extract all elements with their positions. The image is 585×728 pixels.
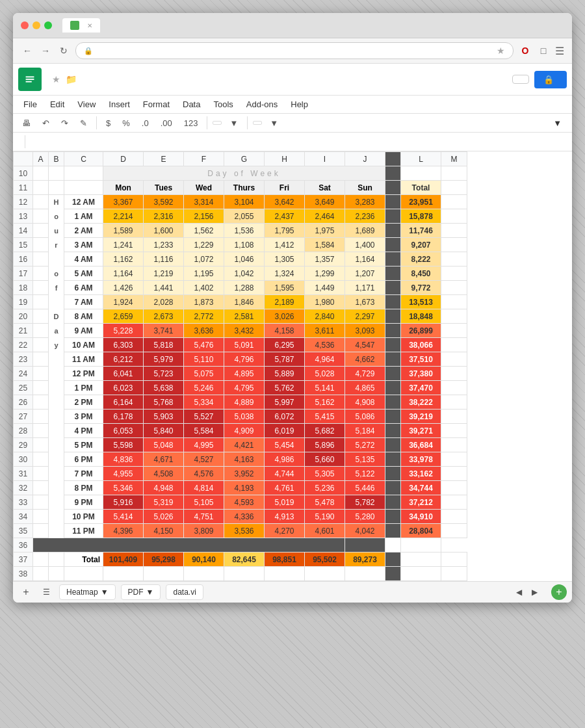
cell-a24[interactable]: [33, 367, 49, 381]
cell-m33[interactable]: [441, 495, 467, 510]
bookmark-icon[interactable]: ★: [497, 46, 505, 56]
col-d-header[interactable]: D: [103, 152, 144, 166]
cell-data-16-3[interactable]: 4,909: [224, 424, 265, 438]
cell-m26[interactable]: [441, 395, 467, 410]
cell-m17[interactable]: [441, 266, 467, 281]
cell-data-12-3[interactable]: 4,895: [224, 367, 265, 381]
cell-m30[interactable]: [441, 452, 467, 467]
cell-data-3-4[interactable]: 1,412: [265, 238, 305, 252]
undo-button[interactable]: ↶: [38, 117, 53, 129]
cell-data-18-6[interactable]: 5,135: [345, 452, 385, 467]
cell-data-10-4[interactable]: 6,295: [265, 338, 305, 352]
cell-data-23-6[interactable]: 4,042: [345, 524, 385, 538]
cell-data-21-5[interactable]: 5,478: [305, 495, 345, 510]
cell-j38[interactable]: [345, 567, 385, 581]
menu-edit[interactable]: Edit: [45, 97, 70, 112]
cell-data-10-3[interactable]: 5,091: [224, 338, 265, 352]
cell-data-18-3[interactable]: 4,163: [224, 452, 265, 467]
col-i-header[interactable]: I: [305, 152, 345, 166]
cell-data-4-6[interactable]: 1,164: [345, 252, 385, 266]
cell-data-0-5[interactable]: 3,649: [305, 195, 345, 209]
cell-data-22-6[interactable]: 5,280: [345, 510, 385, 524]
cell-data-2-0[interactable]: 1,589: [103, 224, 144, 238]
font-selector[interactable]: [213, 121, 222, 125]
cell-data-7-2[interactable]: 1,873: [184, 295, 224, 309]
cell-a38[interactable]: [33, 567, 49, 581]
cell-data-21-4[interactable]: 5,019: [265, 495, 305, 510]
cell-data-7-4[interactable]: 2,189: [265, 295, 305, 309]
cell-data-18-0[interactable]: 4,836: [103, 452, 144, 467]
cell-data-21-6[interactable]: 5,782: [345, 495, 385, 510]
cell-data-23-5[interactable]: 4,601: [305, 524, 345, 538]
menu-insert[interactable]: Insert: [103, 97, 135, 112]
col-c-header[interactable]: C: [64, 152, 103, 166]
cell-data-11-1[interactable]: 5,979: [144, 352, 184, 367]
cell-data-22-2[interactable]: 4,751: [184, 510, 224, 524]
font-dropdown-icon[interactable]: ▼: [226, 117, 242, 129]
cell-a19[interactable]: [33, 295, 49, 309]
cell-data-16-0[interactable]: 6,053: [103, 424, 144, 438]
cell-data-22-1[interactable]: 5,026: [144, 510, 184, 524]
cell-data-14-6[interactable]: 4,908: [345, 395, 385, 410]
cell-data-4-4[interactable]: 1,305: [265, 252, 305, 266]
menu-format[interactable]: Format: [138, 97, 175, 112]
cell-data-20-1[interactable]: 4,948: [144, 481, 184, 495]
cell-data-8-5[interactable]: 2,840: [305, 309, 345, 324]
next-sheet-button[interactable]: ▶: [528, 586, 541, 599]
cell-data-15-1[interactable]: 5,903: [144, 410, 184, 424]
col-e-header[interactable]: E: [144, 152, 184, 166]
cell-data-17-6[interactable]: 5,272: [345, 438, 385, 452]
cell-data-5-5[interactable]: 1,299: [305, 266, 345, 281]
cell-data-20-3[interactable]: 4,193: [224, 481, 265, 495]
address-input[interactable]: 🔒 ★: [75, 42, 514, 59]
add-sheet-right-button[interactable]: +: [551, 584, 567, 600]
cell-data-13-3[interactable]: 4,795: [224, 381, 265, 395]
cell-m24[interactable]: [441, 367, 467, 381]
cell-m31[interactable]: [441, 467, 467, 481]
cell-data-13-6[interactable]: 4,865: [345, 381, 385, 395]
cell-data-19-4[interactable]: 4,744: [265, 467, 305, 481]
cell-data-10-2[interactable]: 5,476: [184, 338, 224, 352]
tab-pdf[interactable]: PDF ▼: [121, 584, 161, 600]
menu-help[interactable]: Help: [285, 97, 313, 112]
cell-data-22-5[interactable]: 5,190: [305, 510, 345, 524]
cell-data-1-0[interactable]: 2,214: [103, 209, 144, 224]
cell-a21[interactable]: [33, 324, 49, 338]
cell-data-9-4[interactable]: 4,158: [265, 324, 305, 338]
cell-data-14-1[interactable]: 5,768: [144, 395, 184, 410]
cell-data-18-1[interactable]: 4,671: [144, 452, 184, 467]
cell-data-19-3[interactable]: 3,952: [224, 467, 265, 481]
cell-data-20-4[interactable]: 4,761: [265, 481, 305, 495]
cell-a34[interactable]: [33, 510, 49, 524]
cell-data-3-1[interactable]: 1,233: [144, 238, 184, 252]
cell-e38[interactable]: [144, 567, 184, 581]
cell-data-14-0[interactable]: 6,164: [103, 395, 144, 410]
col-l-header[interactable]: L: [401, 152, 441, 166]
cell-data-2-1[interactable]: 1,600: [144, 224, 184, 238]
cell-data-12-1[interactable]: 5,723: [144, 367, 184, 381]
cell-a37[interactable]: [33, 552, 49, 567]
cell-data-7-6[interactable]: 1,673: [345, 295, 385, 309]
cell-data-1-1[interactable]: 2,316: [144, 209, 184, 224]
cell-m13[interactable]: [441, 209, 467, 224]
cell-data-4-3[interactable]: 1,046: [224, 252, 265, 266]
cell-data-7-1[interactable]: 2,028: [144, 295, 184, 309]
cell-a16[interactable]: [33, 252, 49, 266]
cell-data-12-5[interactable]: 5,028: [305, 367, 345, 381]
cell-b37[interactable]: [49, 552, 64, 567]
cell-data-7-0[interactable]: 1,924: [103, 295, 144, 309]
cell-data-2-2[interactable]: 1,562: [184, 224, 224, 238]
cell-i38[interactable]: [305, 567, 345, 581]
cell-data-13-1[interactable]: 5,638: [144, 381, 184, 395]
cell-data-17-2[interactable]: 4,995: [184, 438, 224, 452]
cell-data-14-5[interactable]: 5,162: [305, 395, 345, 410]
cell-data-17-4[interactable]: 5,454: [265, 438, 305, 452]
menu-tools[interactable]: Tools: [208, 97, 238, 112]
cell-m16[interactable]: [441, 252, 467, 266]
cell-data-5-2[interactable]: 1,195: [184, 266, 224, 281]
cell-data-11-2[interactable]: 5,110: [184, 352, 224, 367]
cell-data-19-6[interactable]: 5,122: [345, 467, 385, 481]
cell-data-6-6[interactable]: 1,171: [345, 281, 385, 295]
prev-sheet-button[interactable]: ◀: [512, 586, 525, 599]
spreadsheet-area[interactable]: A B C D E F G H I J L M 10: [13, 151, 572, 581]
